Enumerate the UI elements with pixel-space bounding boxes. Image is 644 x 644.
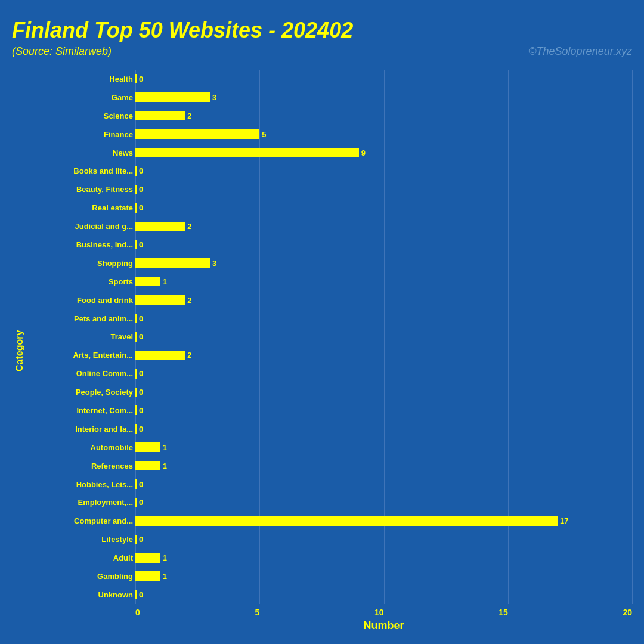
bar-row: 3 [135, 90, 632, 104]
category-label: News [25, 145, 133, 160]
category-label: Books and lite... [25, 164, 133, 178]
bar [135, 461, 160, 470]
bar-value: 2 [187, 112, 191, 120]
bars-container: 032590002031200200001100170110 [135, 70, 632, 604]
bar-row: 0 [135, 164, 632, 178]
bar-value: 0 [139, 388, 143, 397]
bar [135, 295, 185, 305]
category-label: Lifestyle [25, 532, 133, 547]
bar-value: 0 [139, 369, 143, 378]
bar-row: 1 [135, 274, 632, 289]
bar [135, 258, 210, 268]
bar [135, 74, 137, 83]
category-label: Unknown [25, 587, 133, 602]
bar [135, 498, 137, 507]
bar-value: 9 [361, 148, 366, 157]
category-label: Arts, Entertain... [25, 348, 133, 363]
bar-value: 5 [262, 130, 266, 139]
bar-value: 0 [139, 480, 143, 489]
bar [135, 148, 359, 157]
bar-row: 0 [135, 587, 632, 602]
bar-value: 1 [163, 277, 167, 286]
bar [135, 111, 185, 120]
bar-row: 1 [135, 551, 632, 565]
category-label: Online Comm... [25, 367, 133, 381]
category-label: Shopping [25, 256, 133, 270]
bars-area: 032590002031200200001100170110 [135, 70, 632, 604]
x-axis-tick: 0 [135, 608, 140, 617]
category-label: Pets and anim... [25, 311, 133, 326]
bar [135, 332, 137, 342]
x-axis-tick: 10 [374, 608, 384, 617]
bar-value: 0 [139, 425, 143, 434]
bar-value: 0 [139, 203, 143, 212]
bar-value: 3 [212, 259, 216, 268]
bar [135, 590, 137, 599]
bar-row: 0 [135, 422, 632, 436]
bar-row: 0 [135, 403, 632, 417]
bar-value: 1 [163, 462, 167, 470]
bar [135, 442, 160, 452]
bar-value: 0 [139, 75, 143, 83]
bar-row: 0 [135, 330, 632, 344]
bar-value: 0 [139, 240, 143, 249]
bar-row: 5 [135, 127, 632, 141]
category-label: Internet, Com... [25, 403, 133, 417]
category-label: Adult [25, 551, 133, 565]
bar-row: 9 [135, 145, 632, 160]
bar-value: 2 [187, 222, 191, 231]
x-axis-tick: 5 [255, 608, 259, 617]
bar-row: 0 [135, 496, 632, 510]
bar [135, 553, 160, 563]
category-label: Real estate [25, 201, 133, 215]
bar-value: 0 [139, 166, 143, 175]
bar-row: 2 [135, 109, 632, 123]
bar-value: 0 [139, 332, 143, 341]
bar-row: 2 [135, 293, 632, 307]
category-label: Finance [25, 127, 133, 141]
category-label: Health [25, 72, 133, 86]
bar-value: 0 [139, 406, 143, 415]
bar [135, 535, 137, 544]
category-label: Judicial and g... [25, 219, 133, 234]
chart-title: Finland Top 50 Websites - 202402 [12, 18, 632, 43]
bar-row: 2 [135, 219, 632, 234]
bar [135, 516, 558, 526]
category-label: Automobile [25, 440, 133, 454]
bar-value: 0 [139, 498, 143, 507]
bar [135, 405, 137, 415]
bar-row: 0 [135, 385, 632, 400]
bar-value: 1 [163, 443, 167, 452]
category-label: Interior and la... [25, 422, 133, 436]
category-label: Gambling [25, 569, 133, 583]
bar-row: 1 [135, 459, 632, 473]
bar [135, 129, 259, 139]
bar-value: 1 [163, 553, 167, 562]
bar-row: 3 [135, 256, 632, 270]
bar-value: 2 [187, 351, 191, 360]
bar [135, 424, 137, 434]
copyright-label: ©TheSolopreneur.xyz [528, 45, 632, 58]
bar [135, 388, 137, 397]
category-label: Hobbies, Leis... [25, 477, 133, 491]
bar-value: 17 [560, 516, 568, 525]
category-label: Sports [25, 274, 133, 289]
bar-row: 0 [135, 367, 632, 381]
main-container: Finland Top 50 Websites - 202402 (Source… [0, 0, 644, 644]
category-label: References [25, 459, 133, 473]
bar [135, 277, 160, 286]
bar [135, 185, 137, 194]
bar-row: 0 [135, 532, 632, 547]
category-label: Travel [25, 330, 133, 344]
category-label: Food and drink [25, 293, 133, 307]
category-label: Beauty, Fitness [25, 182, 133, 197]
category-labels: HealthGameScienceFinanceNewsBooks and li… [25, 70, 135, 604]
bar [135, 479, 137, 489]
category-label: Computer and... [25, 514, 133, 528]
bar-row: 0 [135, 201, 632, 215]
bar-row: 1 [135, 440, 632, 454]
bar-value: 0 [139, 314, 143, 323]
bar-row: 2 [135, 348, 632, 363]
bar-value: 3 [212, 93, 216, 102]
bar-value: 0 [139, 185, 143, 194]
